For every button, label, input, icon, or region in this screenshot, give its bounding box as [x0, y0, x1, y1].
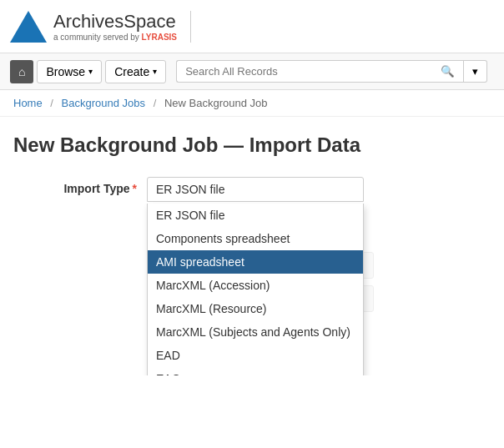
dropdown-item-marcxml-subjects[interactable]: MarcXML (Subjects and Agents Only): [148, 320, 363, 344]
import-type-control: ER JSON file ER JSON file Components spr…: [147, 177, 491, 202]
browse-button[interactable]: Browse ▾: [37, 60, 102, 83]
breadcrumb-sep-2: /: [154, 97, 157, 109]
page-title: New Background Job — Import Data: [13, 133, 491, 157]
search-dropdown-icon: ▾: [472, 65, 478, 78]
search-dropdown-button[interactable]: ▾: [464, 60, 487, 83]
breadcrumb-current: New Background Job: [164, 97, 268, 109]
title-bold: Archives: [53, 11, 123, 32]
title-regular: Space: [123, 11, 175, 32]
dropdown-item-ami[interactable]: AMI spreadsheet: [148, 250, 363, 274]
dropdown-item-eac[interactable]: EAC: [148, 367, 363, 375]
logo-text: ArchivesSpace a community served by LYRA…: [53, 11, 177, 42]
create-label: Create: [114, 65, 149, 78]
app-header: ArchivesSpace a community served by LYRA…: [0, 0, 504, 53]
create-button[interactable]: Create ▾: [105, 60, 166, 83]
lyrasis-label: LYRASIS: [142, 33, 177, 42]
dropdown-item-ead[interactable]: EAD: [148, 344, 363, 367]
search-input[interactable]: [176, 60, 432, 83]
required-marker: *: [133, 182, 137, 195]
navbar: ⌂ Browse ▾ Create ▾ 🔍 ▾: [0, 53, 504, 90]
browse-label: Browse: [46, 65, 85, 78]
logo-icon: [10, 11, 47, 43]
search-button[interactable]: 🔍: [432, 60, 464, 83]
breadcrumb-sep-1: /: [50, 97, 53, 109]
search-area: 🔍 ▾: [176, 60, 487, 83]
logo-area: ArchivesSpace a community served by LYRA…: [10, 11, 191, 43]
dropdown-item-marcxml-accession[interactable]: MarcXML (Accession): [148, 274, 363, 297]
breadcrumb: Home / Background Jobs / New Background …: [0, 90, 504, 117]
main-content: New Background Job — Import Data Import …: [0, 117, 504, 375]
dropdown-item-components[interactable]: Components spreadsheet: [148, 227, 363, 250]
home-button[interactable]: ⌂: [10, 60, 33, 83]
import-type-dropdown: ER JSON file Components spreadsheet AMI …: [147, 204, 364, 375]
import-type-select[interactable]: ER JSON file: [147, 177, 364, 202]
app-title: ArchivesSpace: [53, 11, 177, 33]
import-type-group: Import Type* ER JSON file ER JSON file C…: [13, 177, 491, 202]
breadcrumb-bg-jobs-link[interactable]: Background Jobs: [62, 97, 145, 109]
search-icon: 🔍: [441, 65, 455, 78]
breadcrumb-home-link[interactable]: Home: [13, 97, 43, 109]
dropdown-item-marcxml-resource[interactable]: MarcXML (Resource): [148, 297, 363, 320]
import-type-label: Import Type*: [13, 177, 147, 195]
create-caret-icon: ▾: [153, 67, 157, 76]
dropdown-item-er-json[interactable]: ER JSON file: [148, 204, 363, 227]
home-icon: ⌂: [18, 65, 25, 78]
app-subtitle: a community served by LYRASIS: [53, 33, 177, 42]
browse-caret-icon: ▾: [88, 67, 93, 76]
